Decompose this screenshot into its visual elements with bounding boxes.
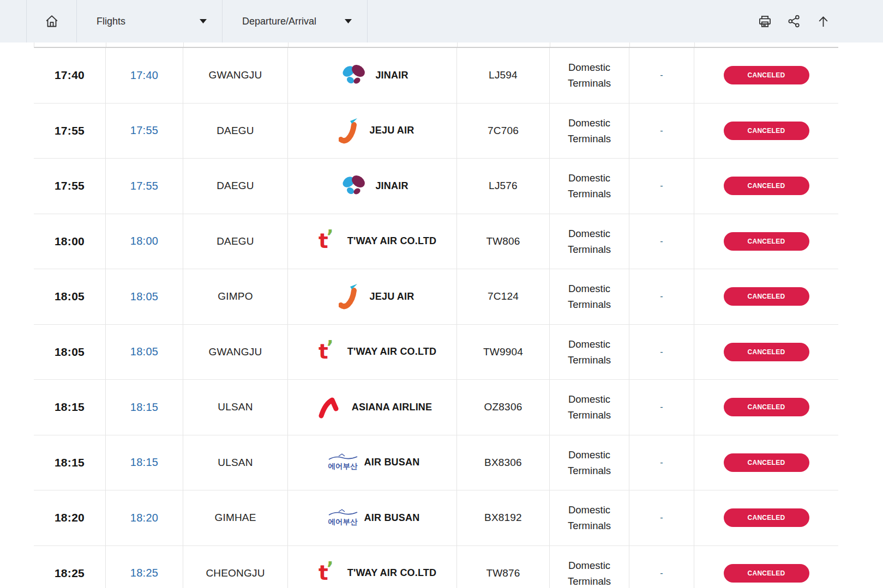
- estimated-time: 17:55: [105, 104, 183, 159]
- remark-dash: -: [629, 269, 694, 324]
- estimated-time: 17:40: [105, 48, 183, 103]
- status-cell: CANCELED: [694, 325, 838, 380]
- remark-dash: -: [629, 546, 694, 588]
- destination-city: CHEONGJU: [183, 546, 287, 588]
- scroll-top-button[interactable]: [816, 14, 831, 29]
- status-cell: CANCELED: [694, 48, 838, 103]
- estimated-time: 18:00: [105, 214, 183, 269]
- flights-menu[interactable]: Flights: [76, 0, 222, 43]
- flight-number: LJ576: [456, 159, 549, 214]
- status-badge: CANCELED: [724, 343, 809, 361]
- flights-table: 17:40 17:40 GWANGJU JINAIR LJ594 Domesti…: [34, 43, 838, 588]
- terminal: Domestic Terminals: [549, 214, 629, 269]
- status-cell: CANCELED: [694, 490, 838, 545]
- jejuair-logo-icon: [339, 283, 358, 310]
- destination-city: GWANGJU: [183, 48, 287, 103]
- flight-number: 7C124: [456, 269, 549, 324]
- tway-logo-apostrophe: ’: [327, 340, 334, 355]
- share-button[interactable]: [787, 14, 801, 28]
- tway-logo-apostrophe: ’: [327, 561, 334, 576]
- flight-row: 17:40 17:40 GWANGJU JINAIR LJ594 Domesti…: [34, 48, 838, 104]
- remark-dash: -: [629, 48, 694, 103]
- airline-name: ASIANA AIRLINE: [352, 402, 432, 413]
- status-cell: CANCELED: [694, 104, 838, 159]
- airline-name: JINAIR: [375, 70, 408, 81]
- scheduled-time: 17:40: [34, 48, 105, 103]
- estimated-time: 18:05: [105, 269, 183, 324]
- terminal: Domestic Terminals: [549, 269, 629, 324]
- airline-logo-slot: t ’: [311, 565, 341, 581]
- destination-city: DAEGU: [183, 104, 287, 159]
- remark-dash: -: [629, 380, 694, 435]
- estimated-time: 18:15: [105, 435, 183, 490]
- airline-logo-slot: [316, 396, 345, 419]
- print-icon: [758, 14, 772, 29]
- flight-number: 7C706: [456, 104, 549, 159]
- airline-name: T'WAY AIR CO.LTD: [347, 346, 437, 357]
- flight-row: 18:25 18:25 CHEONGJU t ’ T'WAY AIR CO.LT…: [34, 546, 838, 588]
- departure-arrival-menu[interactable]: Departure/Arrival: [222, 0, 368, 43]
- estimated-time: 18:15: [105, 380, 183, 435]
- terminal: Domestic Terminals: [549, 325, 629, 380]
- airline-logo-slot: 에어부산: [328, 509, 358, 527]
- airline-name: T'WAY AIR CO.LTD: [347, 235, 437, 247]
- status-cell: CANCELED: [694, 380, 838, 435]
- airline-name: AIR BUSAN: [364, 512, 420, 524]
- status-cell: CANCELED: [694, 269, 838, 324]
- status-badge: CANCELED: [724, 453, 809, 472]
- toolbar: Flights Departure/Arrival: [0, 0, 883, 43]
- remark-dash: -: [629, 104, 694, 159]
- airline-cell: JEJU AIR: [287, 104, 456, 159]
- status-cell: CANCELED: [694, 435, 838, 490]
- remark-dash: -: [629, 159, 694, 214]
- estimated-time: 18:25: [105, 546, 183, 588]
- airline-cell: 에어부산 AIR BUSAN: [287, 435, 456, 490]
- remark-dash: -: [629, 490, 694, 545]
- terminal: Domestic Terminals: [549, 546, 629, 588]
- airline-cell: t ’ T'WAY AIR CO.LTD: [287, 214, 456, 269]
- scheduled-time: 18:25: [34, 546, 105, 588]
- airline-name: JINAIR: [375, 180, 408, 192]
- airline-cell: JINAIR: [287, 159, 456, 214]
- tway-logo-icon: t ’: [319, 233, 334, 250]
- asiana-logo-icon: [318, 396, 343, 419]
- airbusan-logo-icon: 에어부산: [328, 509, 358, 527]
- flight-number: BX8192: [456, 490, 549, 545]
- flight-number: TW876: [456, 546, 549, 588]
- home-button[interactable]: [26, 0, 76, 43]
- flight-number: TW9904: [456, 325, 549, 380]
- airline-name: JEJU AIR: [370, 291, 415, 302]
- scheduled-time: 18:15: [34, 435, 105, 490]
- airline-cell: 에어부산 AIR BUSAN: [287, 490, 456, 545]
- remark-dash: -: [629, 214, 694, 269]
- estimated-time: 18:05: [105, 325, 183, 380]
- table-top-row-fragment: [34, 43, 838, 48]
- terminal: Domestic Terminals: [549, 159, 629, 214]
- terminal: Domestic Terminals: [549, 380, 629, 435]
- flight-number: OZ8306: [456, 380, 549, 435]
- flight-row: 18:15 18:15 ULSAN ASIANA AIRLINE OZ8306 …: [34, 380, 838, 435]
- airbusan-wave-icon: [328, 509, 358, 517]
- airbusan-wave-icon: [328, 453, 358, 461]
- airline-logo-slot: [334, 118, 363, 144]
- toolbar-actions: [758, 0, 883, 43]
- flights-menu-label: Flights: [97, 16, 125, 27]
- flight-row: 18:15 18:15 ULSAN 에어부산 AIR BUSAN BX8306 …: [34, 435, 838, 491]
- status-cell: CANCELED: [694, 159, 838, 214]
- scheduled-time: 17:55: [34, 159, 105, 214]
- airline-logo-slot: t ’: [311, 233, 341, 250]
- airline-name: T'WAY AIR CO.LTD: [347, 567, 437, 579]
- destination-city: GIMPO: [183, 269, 287, 324]
- flight-number: LJ594: [456, 48, 549, 103]
- flight-row: 18:00 18:00 DAEGU t ’ T'WAY AIR CO.LTD T…: [34, 214, 838, 270]
- estimated-time: 17:55: [105, 159, 183, 214]
- airline-name: JEJU AIR: [370, 125, 415, 136]
- departure-arrival-menu-label: Departure/Arrival: [242, 16, 316, 27]
- airline-logo-slot: t ’: [311, 344, 341, 360]
- terminal: Domestic Terminals: [549, 435, 629, 490]
- estimated-time: 18:20: [105, 490, 183, 545]
- print-button[interactable]: [758, 14, 772, 29]
- airline-name: AIR BUSAN: [364, 457, 420, 468]
- airline-logo-slot: [339, 64, 369, 86]
- status-badge: CANCELED: [724, 177, 809, 195]
